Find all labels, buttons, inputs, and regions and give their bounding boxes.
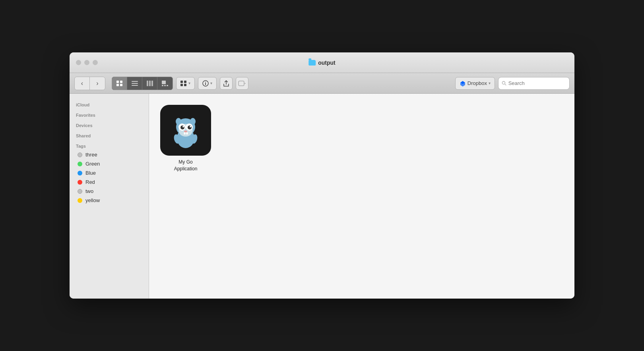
close-button[interactable] — [76, 60, 81, 65]
tag-label-yellow: yellow — [85, 197, 100, 203]
file-item-go-app[interactable]: My GoApplication — [157, 102, 214, 176]
tag-dot-green — [78, 162, 82, 166]
sidebar-section-devices: Devices — [70, 119, 149, 129]
tag-item-two[interactable]: two — [71, 187, 147, 196]
dropbox-chevron: ▾ — [489, 81, 491, 85]
toolbar: ‹ › — [70, 73, 574, 94]
group-by-button[interactable]: ▾ — [176, 77, 195, 90]
svg-rect-9 — [151, 81, 153, 86]
action-button[interactable]: ▾ — [198, 77, 217, 90]
back-button[interactable]: ‹ — [75, 77, 90, 90]
traffic-lights — [76, 60, 98, 65]
forward-button[interactable]: › — [90, 77, 105, 90]
svg-rect-12 — [164, 85, 166, 86]
tag-label-blue: Blue — [85, 170, 96, 176]
column-view-button[interactable] — [142, 77, 157, 90]
svg-rect-8 — [149, 81, 151, 86]
sidebar: iCloud Favorites Devices Shared Tags thr… — [70, 94, 149, 299]
file-area: My GoApplication — [149, 94, 574, 299]
svg-rect-4 — [132, 81, 138, 82]
group-by-chevron: ▾ — [188, 81, 190, 85]
svg-rect-2 — [116, 84, 119, 86]
minimize-button[interactable] — [84, 60, 89, 65]
sidebar-section-favorites: Favorites — [70, 109, 149, 119]
search-input[interactable] — [508, 80, 566, 86]
svg-rect-7 — [147, 81, 148, 86]
svg-rect-13 — [167, 85, 168, 86]
svg-rect-21 — [239, 81, 244, 86]
svg-rect-0 — [116, 81, 119, 83]
sidebar-section-shared: Shared — [70, 129, 149, 140]
tag-dot-blue — [78, 171, 82, 176]
tag-item-red[interactable]: Red — [71, 177, 147, 187]
file-grid: My GoApplication — [157, 102, 566, 176]
fullscreen-button[interactable] — [93, 60, 98, 65]
svg-point-36 — [188, 125, 192, 129]
svg-rect-6 — [132, 85, 138, 86]
gopher-illustration — [166, 110, 206, 150]
svg-point-19 — [205, 82, 206, 83]
tag-label-two: two — [85, 188, 93, 194]
tag-dot-yellow — [78, 198, 82, 203]
search-icon — [502, 81, 506, 86]
tag-dot-two — [78, 189, 82, 194]
svg-rect-16 — [180, 84, 183, 86]
dropbox-button[interactable]: Dropbox ▾ — [455, 77, 495, 90]
title-bar: output — [70, 52, 574, 73]
tag-label-red: Red — [85, 179, 95, 185]
window-title-area: output — [308, 60, 336, 66]
gallery-view-button[interactable] — [157, 77, 173, 90]
svg-rect-3 — [120, 84, 122, 86]
app-icon-go — [160, 105, 211, 156]
svg-rect-1 — [120, 81, 122, 83]
action-chevron: ▾ — [210, 81, 212, 85]
svg-rect-11 — [162, 85, 163, 86]
svg-rect-40 — [184, 132, 186, 135]
tag-button[interactable] — [236, 77, 248, 90]
finder-window: output ‹ › — [70, 52, 574, 299]
tag-label-three: three — [85, 152, 97, 158]
svg-point-26 — [502, 81, 505, 84]
svg-point-37 — [182, 126, 184, 127]
tag-dot-three — [78, 152, 82, 157]
dropbox-label: Dropbox — [467, 80, 487, 86]
svg-line-27 — [505, 84, 506, 85]
share-button[interactable] — [220, 77, 233, 90]
search-bar[interactable] — [498, 77, 570, 90]
svg-rect-10 — [162, 81, 166, 84]
svg-rect-5 — [132, 83, 138, 84]
tag-dot-red — [78, 180, 82, 185]
tag-item-blue[interactable]: Blue — [71, 168, 147, 177]
list-view-button[interactable] — [127, 77, 142, 90]
sidebar-section-icloud: iCloud — [70, 98, 149, 109]
tag-label-green: Green — [85, 161, 100, 167]
sidebar-section-tags: Tags — [70, 140, 149, 150]
window-title: output — [318, 60, 336, 66]
svg-point-38 — [190, 126, 191, 127]
svg-rect-20 — [205, 83, 206, 85]
svg-rect-41 — [186, 132, 188, 135]
view-buttons — [112, 77, 173, 90]
folder-icon — [308, 60, 316, 66]
nav-buttons: ‹ › — [74, 77, 105, 90]
tag-item-yellow[interactable]: yellow — [71, 196, 147, 205]
content-area: iCloud Favorites Devices Shared Tags thr… — [70, 94, 574, 299]
icon-view-button[interactable] — [112, 77, 127, 90]
tag-item-green[interactable]: Green — [71, 159, 147, 168]
file-name-go-app: My GoApplication — [174, 159, 198, 172]
svg-point-35 — [180, 125, 184, 129]
svg-rect-14 — [180, 81, 183, 83]
svg-rect-17 — [184, 84, 186, 86]
svg-rect-15 — [184, 81, 186, 83]
tag-item-three[interactable]: three — [71, 150, 147, 159]
